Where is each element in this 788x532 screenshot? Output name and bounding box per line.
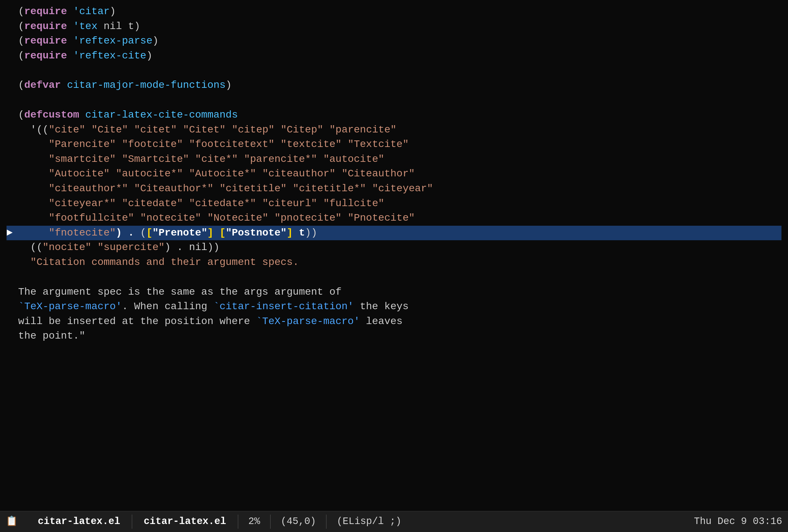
status-icon: 📋 [6,515,17,529]
status-datetime: Thu Dec 9 03:16 [694,515,782,529]
code-line-1: (require 'citar) [7,4,781,19]
code-line-13: "citeauthor*" "Citeauthor*" "citetitle" … [7,181,781,196]
status-coords: (45,0) [271,515,326,529]
code-line-7 [7,93,781,108]
status-bar: 📋 citar-latex.el citar-latex.el 2% (45,0… [0,511,788,532]
code-line-4: (require 'reftex-cite) [7,49,781,64]
tex-parse-macro-link-1: `TeX-parse-macro' [18,299,122,314]
status-filename-1[interactable]: citar-latex.el [26,515,132,529]
status-position: 2% [238,515,271,529]
code-line-15: "footfullcite" "notecite" "Notecite" "pn… [7,211,781,226]
code-line-5 [7,63,781,78]
status-mode: (ELisp/l ;) [326,515,694,529]
code-line-20: The argument spec is the same as the arg… [7,285,781,300]
code-line-19 [7,270,781,285]
code-line-18: "Citation commands and their argument sp… [7,255,781,270]
code-line-23: the point." [7,329,781,344]
tex-parse-macro-link-2: `TeX-parse-macro' [256,314,360,329]
status-filename-2[interactable]: citar-latex.el [132,515,238,529]
code-line-14: "citeyear*" "citedate" "citedate*" "cite… [7,196,781,211]
code-line-2: (require 'tex nil t) [7,19,781,34]
code-line-10: "Parencite" "footcite" "footcitetext" "t… [7,137,781,152]
code-line-9: '(("cite" "Cite" "citet" "Citet" "citep"… [7,123,781,138]
code-line-22: will be inserted at the position where `… [7,314,781,329]
code-line-3: (require 'reftex-parse) [7,34,781,49]
current-line-indicator: ► [7,226,17,241]
citar-insert-citation-link: `citar-insert-citation' [214,299,354,314]
code-line-8: (defcustom citar-latex-cite-commands [7,108,781,123]
code-line-21: `TeX-parse-macro'. When calling `citar-i… [7,299,781,314]
code-line-16: ► "fnotecite") . (["Prenote"] ["Postnote… [7,226,781,241]
code-line-12: "Autocite" "autocite*" "Autocite*" "cite… [7,167,781,181]
code-line-11: "smartcite" "Smartcite" "cite*" "parenci… [7,152,781,167]
code-line-17: (("nocite" "supercite") . nil)) [7,240,781,255]
code-line-6: (defvar citar-major-mode-functions) [7,78,781,93]
editor-area: (require 'citar) (require 'tex nil t) (r… [0,0,788,511]
